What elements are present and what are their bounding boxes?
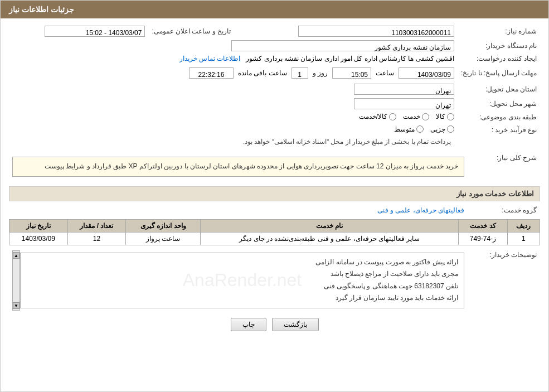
col-service-code: کد خدمت bbox=[459, 219, 507, 232]
buyer-org-value: سازمان نقشه برداری کشور bbox=[231, 40, 454, 51]
buyer-description-row: توضیحات خریدار: AnaRender.net ارائه پیش … bbox=[9, 249, 540, 312]
content-area: شماره نیاز: 1103003162000011 تاریخ و ساع… bbox=[1, 18, 548, 342]
col-date: تاریخ نیاز bbox=[9, 219, 68, 232]
page-title: جزئیات اطلاعات نیاز bbox=[9, 5, 74, 14]
category-radio-kala-khedmat[interactable] bbox=[389, 113, 396, 120]
need-number-label: شماره نیاز: bbox=[458, 24, 540, 38]
description-line: ارائه خدمات باید مورد تایید سازمان قرار … bbox=[26, 292, 458, 304]
scroll-down-btn[interactable]: ▼ bbox=[13, 302, 20, 309]
service-group-row: گروه خدمت: فعالیتهای حرفه‌ای، علمی و فنی bbox=[9, 205, 540, 216]
creator-contact-link[interactable]: اطلاعات تماس خریدار bbox=[179, 55, 241, 62]
response-day-label: روز و bbox=[313, 69, 328, 77]
response-days: 1 bbox=[291, 67, 308, 79]
purchase-type-radio-motevaset[interactable] bbox=[416, 125, 424, 133]
purchase-type-label-jozii: جزیی bbox=[430, 125, 445, 133]
announce-value: 1403/03/07 - 15:02 bbox=[45, 26, 145, 37]
col-quantity: تعداد / مقدار bbox=[67, 219, 126, 232]
table-cell: ساعت پرواز bbox=[126, 232, 201, 245]
category-label-kala-khedmat: کالا/خدمت bbox=[359, 113, 387, 120]
scroll-up-btn[interactable]: ▲ bbox=[13, 252, 20, 259]
service-group-value[interactable]: فعالیتهای حرفه‌ای، علمی و فنی bbox=[377, 206, 464, 214]
table-cell: 12 bbox=[67, 232, 126, 245]
purchase-type-radio-group: جزیی متوسط bbox=[394, 125, 454, 133]
row-response-deadline: مهلت ارسال پاسخ: تا تاریخ: 1403/03/09 سا… bbox=[9, 64, 540, 82]
table-cell: سایر فعالیتهای حرفه‌ای، علمی و فنی طبقه‌… bbox=[201, 232, 459, 245]
category-radio-group: کالا خدمت کالا/خدمت bbox=[359, 113, 454, 120]
category-option-kala: کالا bbox=[436, 113, 454, 120]
main-info-table: شماره نیاز: 1103003162000011 تاریخ و ساع… bbox=[9, 24, 540, 147]
services-section-title: اطلاعات خدمات مورد نیاز bbox=[9, 186, 540, 201]
description-line: تلفن 63182307 جهت هماهنگی و پاسخگویی فنی bbox=[26, 280, 458, 293]
purchase-type-radio-jozii[interactable] bbox=[447, 125, 454, 133]
description-scroll-wrapper: AnaRender.net ارائه پیش فاکتور به صورت پ… bbox=[12, 250, 464, 311]
delivery-province-value: تهران bbox=[354, 84, 454, 95]
row-purchase-note: پرداخت تمام یا بخشی از مبلغ خریدار از مح… bbox=[9, 136, 540, 147]
response-time-label: ساعت bbox=[376, 69, 394, 77]
need-number-value: 1103003162000011 bbox=[298, 26, 454, 37]
announce-label: تاریخ و ساعت اعلان عمومی: bbox=[148, 24, 234, 38]
need-description-box: خرید خدمت پرواز به میزان 12 ساعت جهت تصو… bbox=[12, 157, 464, 177]
delivery-city-label: شهر محل تحویل: bbox=[458, 96, 540, 111]
purchase-note: پرداخت تمام یا بخشی از مبلغ خریدار از مح… bbox=[240, 137, 454, 146]
delivery-province-label: استان محل تحویل: bbox=[458, 82, 540, 96]
category-radio-kala[interactable] bbox=[447, 113, 454, 120]
row-creator: ایجاد کننده درخواست: افشین کشفی ها کارشن… bbox=[9, 53, 540, 64]
purchase-type-option-jozii: جزیی bbox=[430, 125, 454, 133]
purchase-type-label-motevaset: متوسط bbox=[394, 125, 415, 133]
response-remain-label: ساعت باقی مانده bbox=[238, 69, 287, 77]
row-purchase-type: نوع فرآیند خرید : جزیی متوسط bbox=[9, 124, 540, 137]
buyer-description-lines: ارائه پیش فاکتور به صورت پیوست در سامانه… bbox=[26, 257, 458, 304]
page-wrapper: جزئیات اطلاعات نیاز شماره نیاز: 11030031… bbox=[0, 0, 549, 392]
row-need-number: شماره نیاز: 1103003162000011 تاریخ و ساع… bbox=[9, 24, 540, 38]
response-time: 15:05 bbox=[332, 67, 371, 79]
print-button[interactable]: چاپ bbox=[231, 318, 266, 331]
category-radio-khedmat[interactable] bbox=[422, 113, 429, 120]
deadline-row: 1403/03/09 ساعت 15:05 روز و 1 ساعت باقی … bbox=[12, 66, 454, 80]
table-cell: 1 bbox=[507, 232, 540, 245]
creator-value: افشین کشفی ها کارشناس اداره کل امور ادار… bbox=[246, 55, 454, 62]
button-bar: بازگشت چاپ bbox=[9, 318, 540, 331]
back-button[interactable]: بازگشت bbox=[272, 318, 319, 331]
need-description-table: شرح کلی نیاز: خرید خدمت پرواز به میزان 1… bbox=[9, 152, 540, 182]
table-cell: 1403/03/09 bbox=[9, 232, 68, 245]
buyer-description-table: توضیحات خریدار: AnaRender.net ارائه پیش … bbox=[9, 249, 540, 312]
response-remain: 22:32:16 bbox=[189, 67, 234, 79]
creator-label: ایجاد کننده درخواست: bbox=[458, 53, 540, 64]
col-unit: واحد اندازه گیری bbox=[126, 219, 201, 232]
need-description-row: شرح کلی نیاز: خرید خدمت پرواز به میزان 1… bbox=[9, 152, 540, 182]
purchase-type-option-motevaset: متوسط bbox=[394, 125, 424, 133]
buyer-org-label: نام دستگاه خریدار: bbox=[458, 38, 540, 53]
page-header: جزئیات اطلاعات نیاز bbox=[1, 1, 548, 18]
description-line: مجری باید دارای صلاحیت از مراجع ذیصلاح ب… bbox=[26, 268, 458, 280]
need-description-text: خرید خدمت پرواز به میزان 12 ساعت جهت تصو… bbox=[45, 162, 458, 170]
need-description-label: شرح کلی نیاز: bbox=[468, 152, 540, 182]
services-table-header-row: ردیف کد خدمت نام خدمت واحد اندازه گیری ت… bbox=[9, 219, 540, 232]
col-row-num: ردیف bbox=[507, 219, 540, 232]
service-group-table: گروه خدمت: فعالیتهای حرفه‌ای، علمی و فنی bbox=[9, 205, 540, 216]
category-option-khedmat: خدمت bbox=[403, 113, 429, 120]
delivery-city-value: تهران bbox=[354, 98, 454, 109]
table-row: 1ز-74-749سایر فعالیتهای حرفه‌ای، علمی و … bbox=[9, 232, 540, 245]
purchase-type-label: نوع فرآیند خرید : bbox=[458, 124, 540, 137]
category-label-kala: کالا bbox=[436, 113, 445, 120]
response-date: 1403/03/09 bbox=[399, 67, 454, 79]
response-deadline-label: مهلت ارسال پاسخ: تا تاریخ: bbox=[458, 64, 540, 82]
description-line: ارائه پیش فاکتور به صورت پیوست در سامانه… bbox=[26, 257, 458, 269]
category-label-khedmat: خدمت bbox=[403, 113, 420, 120]
buyer-description-label: توضیحات خریدار: bbox=[468, 249, 540, 312]
buyer-description-box: AnaRender.net ارائه پیش فاکتور به صورت پ… bbox=[20, 253, 464, 308]
row-delivery-province: استان محل تحویل: تهران bbox=[9, 82, 540, 96]
services-table: ردیف کد خدمت نام خدمت واحد اندازه گیری ت… bbox=[9, 219, 540, 245]
service-group-label: گروه خدمت: bbox=[468, 205, 540, 216]
row-category: طبقه بندی موضوعی: کالا خدمت bbox=[9, 111, 540, 124]
category-label: طبقه بندی موضوعی: bbox=[458, 111, 540, 124]
table-cell: ز-74-749 bbox=[459, 232, 507, 245]
category-option-kala-khedmat: کالا/خدمت bbox=[359, 113, 396, 120]
col-service-name: نام خدمت bbox=[201, 219, 459, 232]
description-scrollbar[interactable]: ▲ ▼ bbox=[12, 250, 20, 311]
row-delivery-city: شهر محل تحویل: تهران bbox=[9, 96, 540, 111]
row-buyer-org: نام دستگاه خریدار: سازمان نقشه برداری کش… bbox=[9, 38, 540, 53]
